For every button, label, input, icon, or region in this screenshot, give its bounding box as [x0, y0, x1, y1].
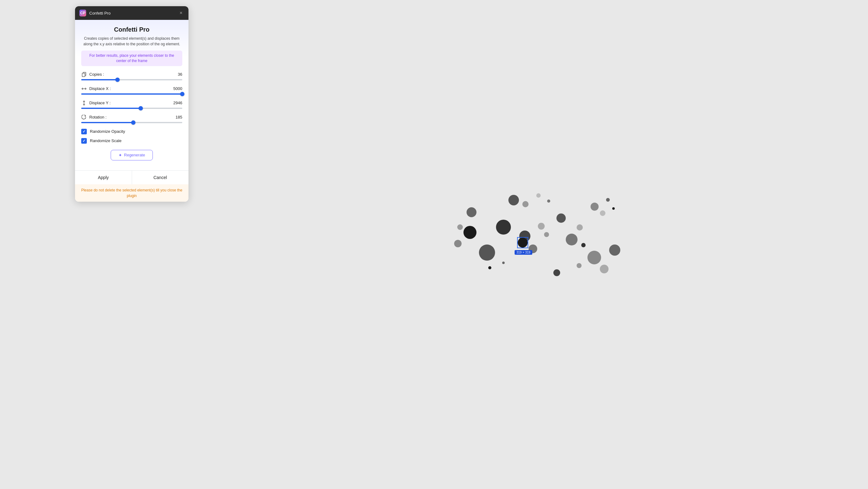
hint-box: For better results, place your elements …: [81, 51, 182, 66]
displace-y-slider-row: Displace Y : 2946: [81, 100, 182, 109]
size-tooltip: 319 × 319: [515, 250, 532, 255]
action-buttons: Apply Cancel: [75, 170, 188, 184]
circle: [502, 262, 505, 264]
displace-x-value: 5000: [173, 86, 182, 91]
circle: [577, 224, 583, 231]
rotation-thumb[interactable]: [131, 120, 135, 125]
rotation-track[interactable]: [81, 122, 182, 123]
app-icon: CP: [80, 10, 86, 17]
circle: [556, 213, 566, 223]
panel-body: Confetti Pro Creates copies of selected …: [75, 20, 188, 184]
randomize-scale-label: Randomize Scale: [90, 138, 122, 143]
circle: [522, 201, 529, 207]
copies-slider-row: Copies : 36: [81, 72, 182, 80]
displace-y-icon: [81, 100, 87, 106]
randomize-scale-row: Randomize Scale: [81, 138, 182, 144]
displace-y-value: 2946: [173, 100, 182, 105]
selected-element-group: 319 × 319: [518, 238, 528, 248]
plugin-panel: CP Confetti Pro × Confetti Pro Creates c…: [75, 6, 188, 202]
displace-y-thumb[interactable]: [138, 106, 143, 111]
circle: [547, 200, 550, 203]
canvas-area: 319 × 319: [202, 0, 868, 489]
rotation-fill: [81, 122, 133, 123]
panel-title: Confetti Pro: [89, 11, 178, 16]
circle: [488, 266, 491, 269]
regenerate-icon: ✦: [118, 153, 122, 157]
circle: [536, 193, 540, 198]
randomize-opacity-checkbox[interactable]: [81, 129, 87, 134]
circle: [479, 244, 495, 261]
randomize-scale-checkbox[interactable]: [81, 138, 87, 144]
displace-x-thumb[interactable]: [180, 92, 184, 96]
circle: [553, 269, 560, 276]
displace-y-label: Displace Y :: [89, 100, 173, 105]
circle: [467, 207, 476, 217]
app-title: Confetti Pro: [81, 26, 182, 33]
circle: [600, 265, 609, 274]
rotation-value: 185: [176, 115, 182, 119]
copies-track[interactable]: [81, 79, 182, 80]
rotation-label: Rotation :: [89, 115, 176, 119]
circle: [454, 240, 462, 247]
circle: [457, 224, 463, 230]
displace-y-fill: [81, 108, 141, 109]
app-description: Creates copies of selected element(s) an…: [81, 36, 182, 47]
close-button[interactable]: ×: [178, 10, 184, 16]
circle: [600, 210, 606, 216]
cancel-button[interactable]: Cancel: [132, 171, 189, 184]
copies-icon: [81, 72, 87, 77]
circle: [609, 244, 620, 256]
circle: [591, 203, 599, 211]
warning-bar: Please do not delete the selected elemen…: [75, 184, 188, 202]
displace-x-label: Displace X :: [89, 86, 173, 91]
circle: [538, 223, 545, 230]
randomize-opacity-row: Randomize Opacity: [81, 129, 182, 134]
rotation-icon: [81, 114, 87, 120]
displace-x-icon: [81, 86, 87, 91]
apply-button[interactable]: Apply: [75, 171, 132, 184]
confetti-container: 319 × 319: [448, 182, 622, 307]
displace-x-fill: [81, 93, 182, 95]
titlebar: CP Confetti Pro ×: [75, 6, 188, 20]
circle: [581, 243, 586, 247]
copies-thumb[interactable]: [115, 78, 120, 82]
svg-rect-1: [82, 73, 85, 77]
copies-label: Copies :: [89, 72, 178, 77]
circle: [577, 263, 582, 268]
circle: [566, 234, 578, 246]
circle: [544, 232, 549, 237]
randomize-opacity-label: Randomize Opacity: [90, 129, 125, 134]
circle: [496, 220, 511, 235]
selected-circle[interactable]: [518, 238, 528, 248]
copies-fill: [81, 79, 118, 80]
displace-x-track[interactable]: [81, 93, 182, 95]
circle: [606, 198, 610, 202]
regenerate-label: Regenerate: [124, 153, 145, 157]
displace-x-slider-row: Displace X : 5000: [81, 86, 182, 95]
circle: [463, 226, 476, 239]
circle: [508, 195, 519, 205]
displace-y-track[interactable]: [81, 108, 182, 109]
circle: [587, 251, 601, 264]
regenerate-button[interactable]: ✦ Regenerate: [111, 150, 153, 161]
copies-value: 36: [178, 72, 182, 77]
circle: [612, 207, 615, 210]
rotation-slider-row: Rotation : 185: [81, 114, 182, 123]
